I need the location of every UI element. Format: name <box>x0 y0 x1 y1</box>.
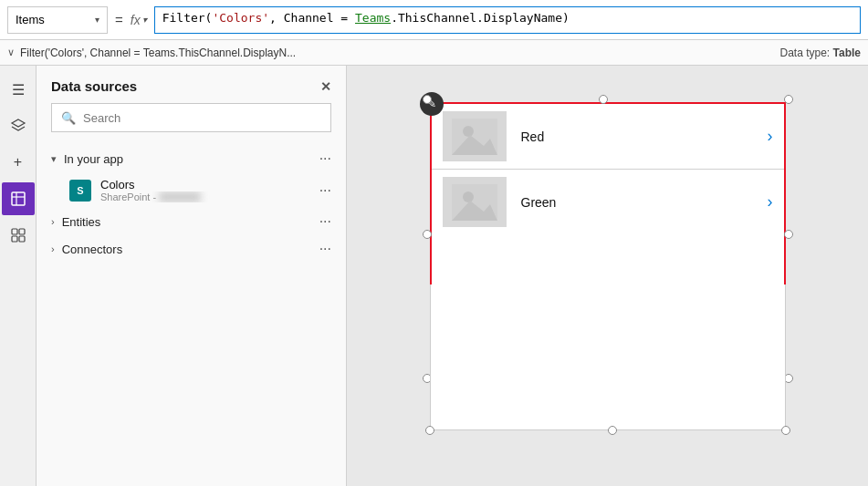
hamburger-menu-icon[interactable]: ☰ <box>2 73 35 106</box>
data-type-label: Data type: <box>780 47 831 59</box>
handle-middle-right[interactable] <box>784 230 793 239</box>
collapse-icon[interactable]: ∨ <box>7 47 15 58</box>
datasources-title: Data sources <box>51 78 137 94</box>
formula-suffix: .ThisChannel.DisplayName) <box>391 11 570 25</box>
handle-outer-bottom-left[interactable] <box>425 426 434 435</box>
handle-middle-left[interactable] <box>423 230 432 239</box>
in-your-app-more-icon[interactable]: ··· <box>319 150 331 167</box>
handle-outer-bottom-right[interactable] <box>781 426 790 435</box>
search-input[interactable] <box>83 111 321 125</box>
colors-datasource-icon: S <box>69 180 91 202</box>
gallery-item-green[interactable]: Green › <box>432 170 784 234</box>
handle-outer-bottom-middle[interactable] <box>608 426 617 435</box>
gallery-item-green-chevron-icon: › <box>768 192 773 212</box>
entities-label: Entities <box>62 215 101 229</box>
search-icon: 🔍 <box>61 111 76 125</box>
sub-formula-bar: ∨ Filter('Colors', Channel = Teams.ThisC… <box>0 40 868 66</box>
formula-selector[interactable]: Items ▾ <box>7 6 108 34</box>
formula-selector-chevron-icon: ▾ <box>95 15 99 25</box>
svg-point-9 <box>463 126 474 137</box>
data-icon[interactable] <box>2 182 35 215</box>
sidebar-icons: ☰ + <box>0 66 37 486</box>
connectors-chevron-icon: › <box>51 243 55 254</box>
colors-datasource-item[interactable]: S Colors SharePoint - ··· <box>37 172 346 208</box>
handle-top-right[interactable] <box>784 95 793 104</box>
canvas-inner: ✎ <box>412 84 804 449</box>
gallery-item-red-label: Red <box>521 129 768 144</box>
entities-section-header[interactable]: › Entities ··· <box>37 208 346 235</box>
colors-datasource-sub-blurred <box>159 191 201 202</box>
datasources-panel: Data sources ✕ 🔍 ▾ In your app ··· S Col… <box>37 66 347 486</box>
svg-rect-5 <box>19 229 25 234</box>
handle-top-left[interactable] <box>423 95 432 104</box>
equals-sign: = <box>115 12 123 27</box>
formula-highlight: Teams <box>355 11 391 25</box>
close-button[interactable]: ✕ <box>320 79 331 94</box>
svg-rect-6 <box>12 236 17 242</box>
gallery-item-red-image <box>443 111 507 161</box>
gallery-item-green-image <box>443 177 507 227</box>
entities-chevron-icon: › <box>51 216 55 227</box>
datasources-header: Data sources ✕ <box>37 66 346 103</box>
svg-point-12 <box>463 191 474 202</box>
entities-more-icon[interactable]: ··· <box>319 213 331 230</box>
main-content: ☰ + Data sources <box>0 66 868 486</box>
fx-chevron-icon: ▾ <box>142 15 147 25</box>
in-your-app-section-header[interactable]: ▾ In your app ··· <box>37 145 346 172</box>
svg-rect-4 <box>12 229 17 234</box>
connectors-label: Connectors <box>62 243 122 256</box>
gallery-lower-area <box>430 284 786 430</box>
sub-formula-text: Filter('Colors', Channel = Teams.ThisCha… <box>20 47 762 59</box>
svg-marker-0 <box>12 119 25 127</box>
formula-selector-label: Items <box>16 13 45 26</box>
colors-datasource-name: Colors <box>100 178 314 191</box>
gallery-item-red[interactable]: Red › <box>432 104 784 170</box>
colors-datasource-info: Colors SharePoint - <box>100 178 314 202</box>
fx-label: fx <box>131 13 141 27</box>
in-your-app-label: In your app <box>64 152 123 166</box>
components-icon[interactable] <box>2 219 35 252</box>
layers-icon[interactable] <box>2 109 35 142</box>
formula-string: 'Colors' <box>212 11 269 25</box>
svg-rect-7 <box>19 236 25 242</box>
gallery-item-green-label: Green <box>521 195 768 210</box>
formula-bar: Items ▾ = fx ▾ Filter('Colors', Channel … <box>0 0 868 40</box>
connectors-more-icon[interactable]: ··· <box>319 241 331 257</box>
colors-datasource-more-icon[interactable]: ··· <box>319 182 331 199</box>
sub-formula-datatype: Data type: Table <box>780 47 862 59</box>
colors-datasource-sub: SharePoint - <box>100 191 314 202</box>
fx-button[interactable]: fx ▾ <box>131 13 147 27</box>
in-your-app-chevron-icon: ▾ <box>51 153 57 165</box>
formula-middle: , Channel = <box>269 11 355 25</box>
connectors-section-header[interactable]: › Connectors ··· <box>37 235 346 263</box>
data-type-value: Table <box>833 47 861 59</box>
search-box[interactable]: 🔍 <box>51 103 331 132</box>
gallery-item-red-chevron-icon: › <box>768 127 773 146</box>
formula-input[interactable]: Filter('Colors', Channel = Teams.ThisCha… <box>154 6 861 34</box>
canvas-area[interactable]: ✎ <box>347 66 868 486</box>
formula-prefix: Filter( <box>162 11 213 25</box>
handle-top-middle[interactable] <box>599 95 608 104</box>
datasources-content: ▾ In your app ··· S Colors SharePoint - … <box>37 141 346 486</box>
add-icon[interactable]: + <box>2 146 35 179</box>
svg-rect-1 <box>12 192 25 205</box>
